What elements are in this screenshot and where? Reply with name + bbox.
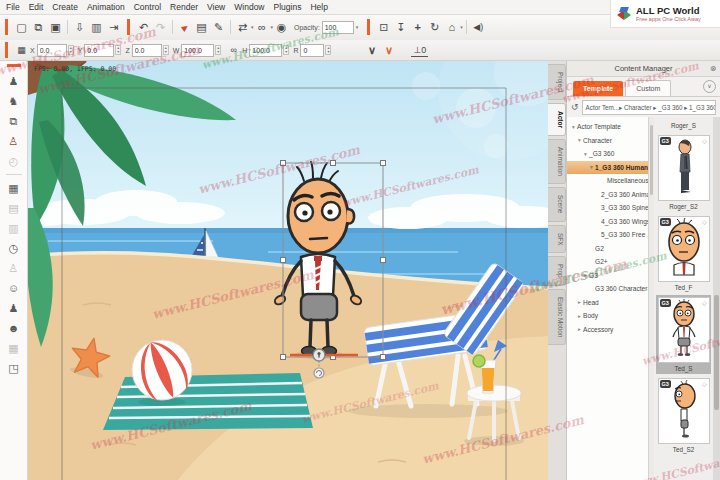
h-stepper[interactable]: ▴▾ [283, 45, 289, 55]
tree-item-g3-360-animals[interactable]: 2_G3 360 Animals [567, 188, 648, 202]
breadcrumb[interactable]: Actor Tem...▸ Character ▸ _G3 360 ▸ 1_G3… [582, 100, 716, 115]
menu-control[interactable]: Control [134, 2, 161, 12]
tab-scene[interactable]: Scene [548, 187, 566, 221]
tab-animation[interactable]: Animation [548, 139, 566, 184]
keyboard-puppet-icon[interactable]: ▦ [4, 178, 24, 198]
face-puppet-icon[interactable]: ☺ [4, 278, 24, 298]
tab-template[interactable]: Template [573, 81, 623, 96]
thumb-ted-s2[interactable]: G3 ◇ Ted_S2 [656, 376, 711, 455]
tab-actor[interactable]: Actor [548, 103, 566, 136]
menu-help[interactable]: Help [310, 2, 327, 12]
opacity-input[interactable] [322, 21, 354, 34]
tree-item-body[interactable]: ▸Body [567, 309, 648, 323]
tab-project[interactable]: Project [548, 64, 566, 100]
menu-plugins[interactable]: Plugins [274, 2, 302, 12]
tab-sfx[interactable]: SFX [548, 225, 566, 254]
open-project-icon[interactable]: ⧉ [30, 18, 47, 36]
layers-icon[interactable]: ⧉ [4, 111, 24, 131]
menu-window[interactable]: Window [234, 2, 264, 12]
x-field[interactable] [37, 44, 67, 57]
menu-create[interactable]: Create [52, 2, 78, 12]
tree-item-g2plus[interactable]: G2+ [567, 255, 648, 269]
w-stepper[interactable]: ▴▾ [215, 45, 221, 55]
x-stepper[interactable]: ▴▾ [68, 45, 74, 55]
tab-custom[interactable]: Custom [625, 80, 671, 96]
menu-edit[interactable]: Edit [29, 2, 44, 12]
thumb-roger-s[interactable]: Roger_S [656, 118, 711, 131]
save-project-icon[interactable]: ▣ [47, 18, 64, 36]
tab-elastic-motion[interactable]: Elastic Motion [548, 289, 566, 345]
grid-icon[interactable]: ▦ [4, 338, 24, 358]
curve-orange-icon[interactable]: ∨ [380, 41, 397, 59]
export-icon[interactable]: ⇥ [105, 18, 122, 36]
pin-actor-icon[interactable]: ♙ [4, 131, 24, 151]
tree-item-accessory[interactable]: ▸Accessory [567, 323, 648, 337]
timer-icon[interactable]: ◴ [4, 151, 24, 171]
tree-item-head[interactable]: ▸Head [567, 296, 648, 310]
capture-icon[interactable]: ▥ [4, 218, 24, 238]
tree-item-g3-360[interactable]: ▾_G3 360 [567, 147, 648, 161]
mixer-icon[interactable]: ▤ [4, 198, 24, 218]
r-stepper[interactable]: ▴▾ [325, 45, 331, 55]
tree-item-g3[interactable]: ▸G3 [567, 269, 648, 283]
thumb-ted-f[interactable]: G3 ◇ Ted_F [656, 214, 711, 293]
y-stepper[interactable]: ▴▾ [115, 45, 121, 55]
snapshot-icon[interactable]: ⊡ [375, 18, 392, 36]
undo-icon[interactable]: ↶ [135, 18, 152, 36]
redo-icon[interactable]: ↷ [152, 18, 169, 36]
new-project-icon[interactable]: ▢ [13, 18, 30, 36]
menu-file[interactable]: File [6, 2, 20, 12]
face-key-icon[interactable]: ☻ [4, 318, 24, 338]
breadcrumb-back-icon[interactable]: ↺ [571, 102, 579, 112]
edit-pose-icon[interactable]: ✎ [210, 18, 227, 36]
tree-item-g3-360-character[interactable]: G3 360 Character-... [567, 282, 648, 296]
import-content-icon[interactable]: ⇩ [71, 18, 88, 36]
menu-animation[interactable]: Animation [87, 2, 125, 12]
w-field[interactable] [181, 44, 214, 57]
grid-snap-icon[interactable]: ▦ [13, 41, 30, 59]
tree-item-character[interactable]: ▾Character [567, 134, 648, 148]
flip-icon[interactable]: ⇄ [234, 18, 251, 36]
tab-prop[interactable]: Prop [548, 256, 566, 286]
tree-item-g2[interactable]: G2 [567, 242, 648, 256]
motion-icon[interactable]: ♞ [4, 91, 24, 111]
align-ground-zero-icon[interactable]: ⊥0 [411, 44, 428, 57]
tree-scrollbar[interactable] [649, 117, 654, 480]
panel-scrollbar[interactable] [713, 117, 720, 480]
rotate-tool-icon[interactable]: ↻ [426, 18, 443, 36]
home-dropdown-icon[interactable]: ▾ [460, 24, 463, 30]
tree-item-g3-360-free[interactable]: 5_G3 360 Free ... [567, 228, 648, 242]
close-icon[interactable]: ⊗ [706, 64, 720, 73]
clock-icon[interactable]: ◷ [4, 238, 24, 258]
audio-icon[interactable]: ◀) [470, 18, 487, 36]
actor-icon[interactable]: ♟ [4, 71, 24, 91]
tree-item-g3-360-wings[interactable]: 4_G3 360 Wings [567, 215, 648, 229]
link-icon[interactable]: ∞ [254, 18, 271, 36]
move-tool-icon[interactable]: + [409, 18, 426, 36]
tree-item-g3-360-spine[interactable]: 3_G3 360 Spine [567, 201, 648, 215]
walk-icon[interactable]: ♟ [4, 298, 24, 318]
prop-icon[interactable]: ◳ [4, 358, 24, 378]
menu-view[interactable]: View [207, 2, 225, 12]
tree-item-miscellaneous[interactable]: Miscellaneous [567, 174, 648, 188]
curve-down-icon[interactable]: ∨ [363, 41, 380, 59]
thumb-ted-s[interactable]: G3 ◇ Ted_S [656, 295, 711, 374]
r-field[interactable] [300, 44, 324, 57]
chevron-down-icon[interactable]: ∨ [703, 80, 716, 93]
tree-item-g3-360-human[interactable]: ▾1_G3 360 Human [567, 161, 648, 175]
wh-link-icon[interactable]: ∞ [225, 41, 242, 59]
z-field[interactable] [132, 44, 162, 57]
to-ground-icon[interactable]: ↧ [392, 18, 409, 36]
home-view-icon[interactable]: ⌂ [443, 18, 460, 36]
tree-item-actor-template[interactable]: ▾Actor Template [567, 120, 648, 134]
y-field[interactable] [84, 44, 114, 57]
stage-mode-icon[interactable]: ▥ [88, 18, 105, 36]
person-icon[interactable]: ♙ [4, 258, 24, 278]
stage-canvas[interactable]: FPS: 0.00, iFPS: 0.00 [28, 60, 548, 480]
h-field[interactable] [249, 44, 282, 57]
menu-render[interactable]: Render [170, 2, 198, 12]
opacity-dropdown-icon[interactable]: ▾ [356, 24, 359, 30]
thumb-roger-s2[interactable]: G3 ◇ Roger_S2 [656, 133, 711, 212]
z-stepper[interactable]: ▴▾ [163, 45, 169, 55]
visibility-icon[interactable]: ◉ [273, 18, 290, 36]
